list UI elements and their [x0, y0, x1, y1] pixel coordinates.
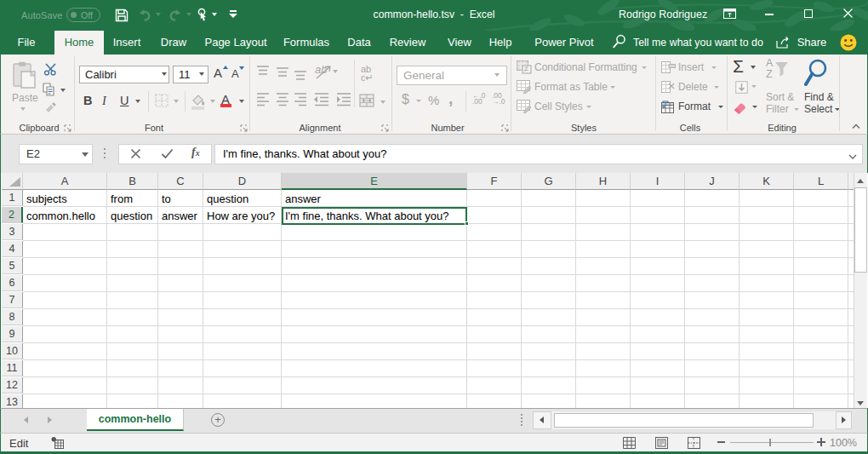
svg-text:≠: ≠ — [524, 65, 528, 73]
